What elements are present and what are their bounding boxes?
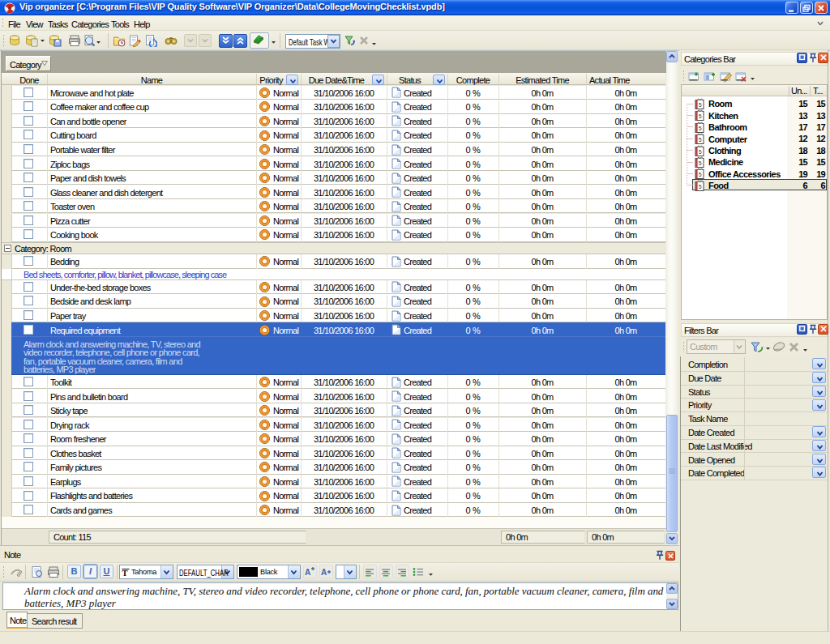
svg-text:5: 5 [699, 172, 702, 177]
svg-text:5: 5 [699, 113, 702, 119]
svg-text:5: 5 [699, 102, 702, 108]
svg-text:A: A [305, 568, 310, 577]
svg-text:5: 5 [699, 149, 702, 155]
svg-text:5: 5 [699, 137, 702, 143]
svg-text:T: T [122, 569, 128, 578]
svg-text:5: 5 [699, 126, 702, 131]
svg-text:5: 5 [699, 184, 702, 190]
svg-text:5: 5 [699, 160, 702, 166]
svg-text:A: A [321, 568, 327, 577]
